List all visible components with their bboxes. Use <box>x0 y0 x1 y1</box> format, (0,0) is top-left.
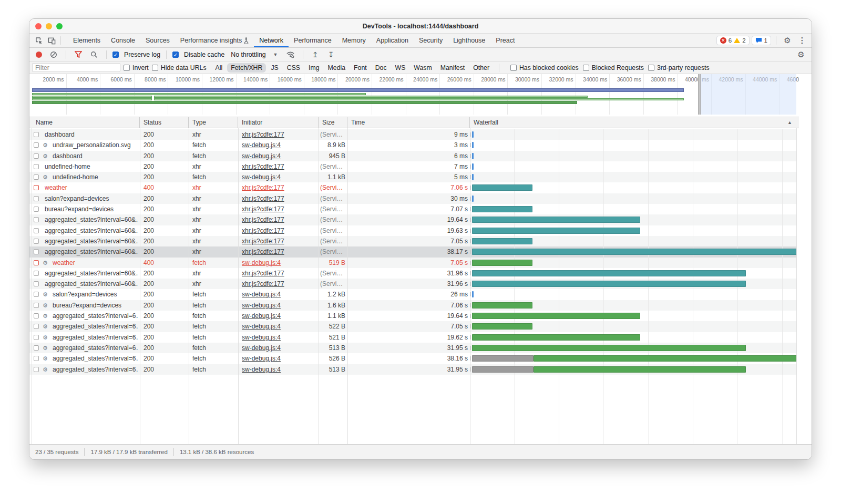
initiator-link[interactable]: sw-debug.js:4 <box>242 332 316 343</box>
column-header-time[interactable]: Time <box>347 117 470 128</box>
tab-lighthouse[interactable]: Lighthouse <box>448 34 490 47</box>
tab-network[interactable]: Network <box>254 34 289 47</box>
initiator-link[interactable]: xhr.js?cdfe:177 <box>242 279 316 289</box>
request-name[interactable]: aggregated_states?interval=6… <box>53 311 138 321</box>
filter-pill-css[interactable]: CSS <box>283 63 304 73</box>
filter-pill-all[interactable]: All <box>212 63 227 73</box>
request-name[interactable]: bureau?expand=devices <box>53 300 138 311</box>
filter-funnel-icon[interactable] <box>72 48 85 61</box>
row-checkbox[interactable] <box>34 303 39 308</box>
row-checkbox[interactable] <box>34 239 39 244</box>
request-name[interactable]: undefined-home <box>45 161 138 172</box>
row-checkbox[interactable] <box>34 153 39 159</box>
filter-pill-font[interactable]: Font <box>350 63 371 73</box>
row-checkbox[interactable] <box>34 228 39 233</box>
table-row[interactable]: ⚙aggregated_states?interval=6…200fetchsw… <box>29 321 796 332</box>
row-checkbox[interactable] <box>34 249 39 254</box>
initiator-link[interactable]: sw-debug.js:4 <box>242 321 316 332</box>
initiator-link[interactable]: xhr.js?cdfe:177 <box>242 268 316 279</box>
row-checkbox[interactable] <box>34 132 39 137</box>
table-row[interactable]: ⚙aggregated_states?interval=6…200fetchsw… <box>29 332 796 343</box>
request-name[interactable]: aggregated_states?interval=60&… <box>45 236 138 246</box>
row-checkbox[interactable] <box>34 185 39 190</box>
table-row[interactable]: aggregated_states?interval=60&…200xhrxhr… <box>29 214 796 225</box>
request-name[interactable]: dashboard <box>45 129 138 140</box>
request-name[interactable]: aggregated_states?interval=60&… <box>45 214 138 225</box>
table-row[interactable]: aggregated_states?interval=60&…200xhrxhr… <box>29 236 796 246</box>
disable-cache-label[interactable]: Disable cache <box>184 51 224 58</box>
table-row[interactable]: ⚙bureau?expand=devices200fetchsw-debug.j… <box>29 300 796 311</box>
request-name[interactable]: aggregated_states?interval=6… <box>53 364 138 375</box>
row-checkbox[interactable] <box>34 313 39 318</box>
row-checkbox[interactable] <box>34 335 39 340</box>
preserve-log-checkbox[interactable]: ✓ <box>112 52 119 58</box>
initiator-link[interactable]: sw-debug.js:4 <box>242 364 316 375</box>
column-header-status[interactable]: Status <box>140 117 189 128</box>
initiator-link[interactable]: sw-debug.js:4 <box>242 300 316 311</box>
table-row[interactable]: undefined-home200xhrxhr.js?cdfe:177(Serv… <box>29 161 796 172</box>
row-checkbox[interactable] <box>34 142 39 148</box>
filter-pill-other[interactable]: Other <box>469 63 493 73</box>
request-name[interactable]: salon?expand=devices <box>53 289 138 300</box>
table-row[interactable]: salon?expand=devices200xhrxhr.js?cdfe:17… <box>29 193 796 204</box>
table-row[interactable]: weather400xhrxhr.js?cdfe:177(Servi…7.06 … <box>29 182 796 193</box>
column-header-name[interactable]: Name <box>32 117 140 128</box>
row-checkbox[interactable] <box>34 345 39 351</box>
filter-pill-media[interactable]: Media <box>324 63 350 73</box>
initiator-link[interactable]: sw-debug.js:4 <box>242 289 316 300</box>
request-name[interactable]: aggregated_states?interval=60&… <box>45 279 138 289</box>
table-row[interactable]: ⚙aggregated_states?interval=6…200fetchsw… <box>29 311 796 321</box>
filter-pill-doc[interactable]: Doc <box>372 63 391 73</box>
overview-divider-grip[interactable] <box>698 74 701 115</box>
tab-performance[interactable]: Performance <box>289 34 337 47</box>
import-har-icon[interactable]: ↥ <box>309 48 322 61</box>
initiator-link[interactable]: sw-debug.js:4 <box>242 140 316 150</box>
initiator-link[interactable]: sw-debug.js:4 <box>242 353 316 364</box>
request-name[interactable]: aggregated_states?interval=60&… <box>45 268 138 279</box>
table-row[interactable]: aggregated_states?interval=60&…200xhrxhr… <box>29 246 796 257</box>
initiator-link[interactable]: xhr.js?cdfe:177 <box>242 161 316 172</box>
tab-performance-insights[interactable]: Performance insights <box>175 34 254 47</box>
row-checkbox[interactable] <box>34 356 39 361</box>
table-row[interactable]: ⚙aggregated_states?interval=6…200fetchsw… <box>29 343 796 353</box>
request-name[interactable]: weather <box>45 182 138 193</box>
record-network-log-button[interactable] <box>36 52 42 58</box>
table-row[interactable]: aggregated_states?interval=60&…200xhrxhr… <box>29 279 796 289</box>
table-row[interactable]: aggregated_states?interval=60&…200xhrxhr… <box>29 268 796 279</box>
initiator-link[interactable]: sw-debug.js:4 <box>242 311 316 321</box>
initiator-link[interactable]: sw-debug.js:4 <box>242 172 316 182</box>
table-row[interactable]: aggregated_states?interval=60&…200xhrxhr… <box>29 225 796 236</box>
request-name[interactable]: salon?expand=devices <box>45 193 138 204</box>
table-row[interactable]: ⚙aggregated_states?interval=6…200fetchsw… <box>29 364 796 375</box>
initiator-link[interactable]: sw-debug.js:4 <box>242 343 316 353</box>
initiator-link[interactable]: xhr.js?cdfe:177 <box>242 129 316 140</box>
initiator-link[interactable]: xhr.js?cdfe:177 <box>242 193 316 204</box>
row-checkbox[interactable] <box>34 292 39 297</box>
tab-security[interactable]: Security <box>414 34 448 47</box>
hide-data-urls-checkbox[interactable] <box>152 65 158 71</box>
request-name[interactable]: undefined-home <box>53 172 138 182</box>
filter-checkbox-3rd-party-requests[interactable]: 3rd-party requests <box>648 64 710 71</box>
row-checkbox[interactable] <box>34 164 39 169</box>
request-name[interactable]: undraw_personalization.svg <box>53 140 138 150</box>
request-name[interactable]: aggregated_states?interval=60&… <box>45 246 138 257</box>
row-checkbox[interactable] <box>34 281 39 286</box>
more-options-menu-icon[interactable]: ⋮ <box>796 34 808 47</box>
filter-pill-manifest[interactable]: Manifest <box>437 63 468 73</box>
settings-gear-icon[interactable]: ⚙ <box>781 34 794 47</box>
row-checkbox[interactable] <box>34 367 39 372</box>
filter-pill-js[interactable]: JS <box>267 63 282 73</box>
throttling-select[interactable]: No throttling ▼ <box>228 51 281 58</box>
request-name[interactable]: dashboard <box>53 151 138 161</box>
search-icon[interactable] <box>88 48 100 61</box>
inspect-element-icon[interactable] <box>33 34 45 47</box>
initiator-link[interactable]: xhr.js?cdfe:177 <box>242 204 316 214</box>
table-row[interactable]: ⚙weather400fetchsw-debug.js:4519 B7.05 s <box>29 258 796 268</box>
filter-checkbox-has-blocked-cookies[interactable]: Has blocked cookies <box>510 64 579 71</box>
initiator-link[interactable]: xhr.js?cdfe:177 <box>242 225 316 236</box>
disable-cache-checkbox[interactable]: ✓ <box>172 52 179 58</box>
table-row[interactable]: ⚙undraw_personalization.svg200fetchsw-de… <box>29 140 796 150</box>
column-header-size[interactable]: Size <box>319 117 347 128</box>
column-header-waterfall[interactable]: Waterfall▲ <box>470 117 796 128</box>
request-name[interactable]: aggregated_states?interval=6… <box>53 321 138 332</box>
